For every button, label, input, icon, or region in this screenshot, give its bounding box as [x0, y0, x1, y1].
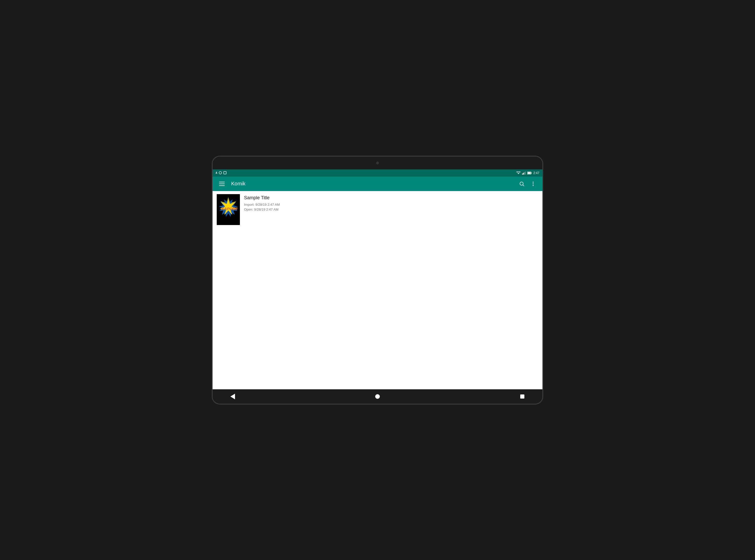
tablet-top-bar [213, 157, 542, 169]
svg-rect-8 [531, 173, 531, 174]
comic-art: KAPOW! [217, 194, 240, 225]
hamburger-line-3 [219, 185, 225, 186]
status-left-icons: A [216, 171, 227, 175]
status-icon-circle [219, 171, 222, 175]
back-icon [230, 394, 235, 399]
comic-title: Sample Title [244, 195, 538, 201]
more-options-button[interactable] [528, 179, 538, 189]
svg-rect-4 [523, 173, 524, 175]
comic-burst-svg: KAPOW! [217, 194, 240, 225]
svg-point-12 [533, 181, 534, 183]
recents-button[interactable] [518, 392, 527, 401]
status-right-icons: 2:47 [516, 171, 539, 175]
bottom-nav [213, 389, 542, 404]
comic-import-date: Import: 9/28/19 2:47 AM [244, 203, 538, 206]
wifi-icon [516, 172, 521, 175]
content-area: KAPOW! Sample Title Import: 9/28/19 2:47… [213, 191, 542, 389]
app-title: Komik [231, 181, 517, 187]
comic-list-item[interactable]: KAPOW! Sample Title Import: 9/28/19 2:47… [213, 191, 542, 228]
tablet-frame: A [213, 157, 542, 404]
comic-info: Sample Title Import: 9/28/19 2:47 AM Ope… [244, 194, 538, 213]
svg-rect-1 [224, 172, 226, 174]
screen: A [213, 169, 542, 389]
hamburger-line-1 [219, 182, 225, 182]
hamburger-line-2 [219, 184, 225, 184]
svg-line-11 [523, 185, 524, 186]
status-bar: A [213, 169, 542, 177]
svg-rect-5 [524, 172, 525, 175]
comic-open-date: Open: 9/28/19 2:47 AM [244, 207, 538, 212]
comic-thumbnail: KAPOW! [217, 194, 240, 225]
home-button[interactable] [373, 392, 382, 401]
status-icon-a: A [216, 172, 217, 174]
status-time: 2:47 [534, 171, 539, 175]
svg-rect-6 [525, 172, 526, 175]
back-button[interactable] [228, 392, 237, 401]
status-icon-box [224, 171, 227, 175]
svg-marker-2 [518, 173, 520, 174]
svg-rect-9 [527, 172, 530, 174]
more-icon [530, 181, 536, 187]
camera-dot [376, 162, 379, 164]
svg-point-0 [219, 172, 221, 174]
svg-point-13 [533, 183, 534, 184]
signal-icon [522, 172, 526, 175]
hamburger-menu-button[interactable] [217, 179, 227, 189]
svg-rect-3 [522, 174, 523, 175]
svg-text:KAPOW!: KAPOW! [221, 206, 237, 211]
svg-point-14 [533, 185, 534, 186]
app-bar: Komik [213, 177, 542, 191]
battery-icon [527, 172, 532, 175]
search-icon [519, 181, 525, 187]
search-button[interactable] [517, 179, 527, 189]
home-icon [375, 394, 380, 399]
app-bar-actions [517, 179, 538, 189]
recents-icon [520, 395, 524, 399]
